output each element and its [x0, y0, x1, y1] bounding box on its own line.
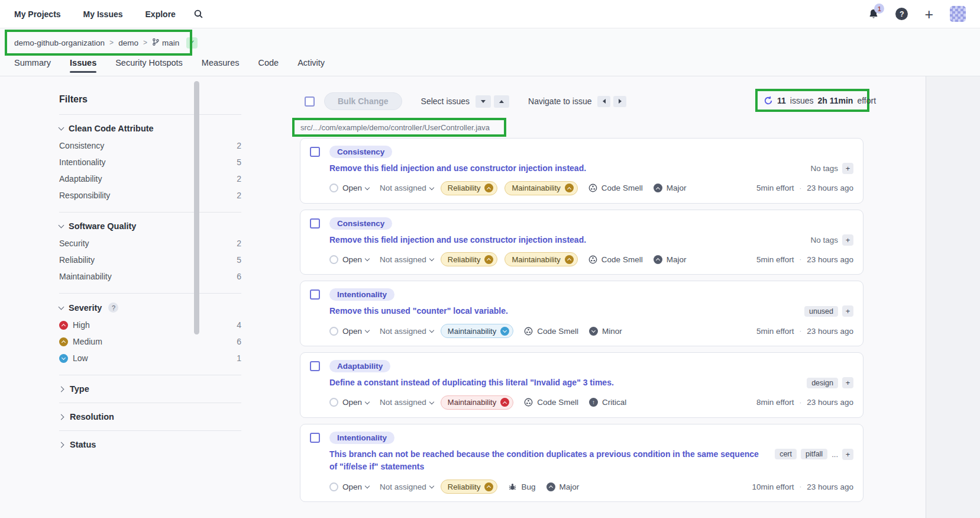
select-next-button[interactable] [476, 95, 491, 108]
issue-type: Code Smell [524, 327, 578, 336]
filter-item-adaptability[interactable]: Adaptability2 [59, 170, 241, 187]
tags-overflow-ellipsis[interactable]: ... [832, 450, 838, 459]
clean-code-attribute-badge[interactable]: Adaptability [329, 360, 390, 372]
filter-item-count: 2 [237, 239, 241, 248]
add-tag-button[interactable]: + [842, 449, 853, 460]
sidebar-scrollbar[interactable] [194, 81, 199, 334]
add-tag-button[interactable]: + [842, 377, 853, 388]
select-all-checkbox[interactable] [305, 96, 315, 107]
filter-item-low[interactable]: Low1 [59, 350, 241, 366]
issue-checkbox[interactable] [310, 289, 320, 300]
issue-status-dropdown[interactable]: Open [329, 398, 369, 407]
software-quality-pill-reliability[interactable]: Reliability [441, 181, 498, 195]
filter-section-software-quality: Software QualitySecurity2Reliability5Mai… [59, 221, 241, 285]
software-quality-pill-reliability[interactable]: Reliability [441, 480, 498, 494]
clean-code-attribute-badge[interactable]: Consistency [329, 146, 392, 158]
add-tag-button[interactable]: + [842, 305, 853, 317]
issue-assignee-dropdown[interactable]: Not assigned [380, 327, 434, 336]
refresh-icon[interactable] [764, 96, 773, 105]
navigate-prev-button[interactable] [597, 96, 610, 107]
breadcrumb-project[interactable]: demo [118, 38, 138, 47]
filter-item-responsibility[interactable]: Responsibility2 [59, 187, 241, 204]
clean-code-attribute-badge[interactable]: Consistency [329, 217, 392, 230]
search-icon[interactable] [193, 9, 203, 19]
filter-section-header-resolution[interactable]: Resolution [59, 412, 241, 422]
filter-section-header-severity[interactable]: Severity? [59, 303, 241, 313]
add-tag-button[interactable]: + [842, 234, 853, 246]
filter-item-high[interactable]: High4 [59, 317, 241, 333]
help-icon[interactable]: ? [895, 8, 908, 20]
issue-title[interactable]: Remove this field injection and use cons… [310, 234, 798, 247]
filter-section-header-type[interactable]: Type [59, 384, 241, 394]
age-text: 23 hours ago [807, 327, 853, 336]
issue-card-body: Remove this field injection and use cons… [310, 234, 853, 247]
issue-checkbox[interactable] [310, 433, 320, 443]
issue-title[interactable]: Remove this unused "counter" local varia… [310, 305, 793, 318]
user-avatar[interactable] [950, 6, 966, 22]
issue-title[interactable]: This branch can not be reached because t… [310, 448, 763, 474]
issue-card-header: Consistency [310, 217, 853, 230]
breadcrumb-row: demo-github-organization > demo > main ✓ [0, 28, 980, 57]
issue-assignee-dropdown[interactable]: Not assigned [380, 255, 434, 264]
branch-selector[interactable]: main [152, 38, 179, 48]
issue-assignee-dropdown[interactable]: Not assigned [380, 398, 434, 407]
bulk-change-button[interactable]: Bulk Change [324, 92, 402, 110]
filter-item-label: Adaptability [59, 174, 102, 184]
nav-item-my-projects[interactable]: My Projects [14, 9, 61, 19]
issue-effort-age: 10min effort·23 hours ago [752, 482, 853, 491]
issue-status-dropdown[interactable]: Open [329, 184, 369, 192]
filter-section-header-software-quality[interactable]: Software Quality [59, 221, 241, 231]
issue-title[interactable]: Remove this field injection and use cons… [310, 162, 798, 175]
no-tags-label: No tags [810, 236, 838, 244]
code-smell-icon [524, 327, 533, 336]
filter-item-intentionality[interactable]: Intentionality5 [59, 154, 241, 170]
nav-item-explore[interactable]: Explore [145, 9, 176, 19]
chevron-glyph [656, 187, 660, 191]
tab-summary[interactable]: Summary [14, 58, 51, 73]
issue-status-dropdown[interactable]: Open [329, 327, 369, 336]
tab-issues[interactable]: Issues [70, 58, 96, 73]
tag-chip-design[interactable]: design [807, 378, 838, 388]
notifications-bell-icon[interactable]: 1 [868, 8, 879, 20]
software-quality-pill-reliability[interactable]: Reliability [441, 252, 498, 266]
tab-activity[interactable]: Activity [297, 58, 325, 73]
create-plus-icon[interactable]: + [924, 8, 933, 20]
filter-section-header-status[interactable]: Status [59, 440, 241, 449]
add-tag-button[interactable]: + [842, 163, 853, 174]
nav-items: My ProjectsMy IssuesExplore [14, 9, 176, 19]
issue-checkbox[interactable] [310, 218, 320, 229]
issue-checkbox[interactable] [310, 147, 320, 157]
software-quality-pill-maintainability[interactable]: Maintainability [441, 324, 513, 338]
tag-chip-cert[interactable]: cert [775, 449, 797, 459]
tab-code[interactable]: Code [258, 58, 279, 73]
breadcrumb-org[interactable]: demo-github-organization [14, 38, 105, 47]
navigate-next-button[interactable] [613, 96, 626, 107]
tab-security-hotspots[interactable]: Security Hotspots [115, 58, 183, 73]
clean-code-attribute-badge[interactable]: Intentionality [329, 288, 394, 301]
issue-title[interactable]: Define a constant instead of duplicating… [310, 377, 795, 390]
filter-item-security[interactable]: Security2 [59, 235, 241, 252]
issue-status-dropdown[interactable]: Open [329, 482, 369, 491]
tab-measures[interactable]: Measures [202, 58, 240, 73]
filter-item-reliability[interactable]: Reliability5 [59, 252, 241, 268]
filter-item-medium[interactable]: Medium6 [59, 333, 241, 350]
issue-assignee-dropdown[interactable]: Not assigned [380, 482, 434, 491]
software-quality-pill-maintainability[interactable]: Maintainability [504, 181, 577, 195]
filter-item-maintainability[interactable]: Maintainability6 [59, 268, 241, 285]
filter-section-header-clean-code-attribute[interactable]: Clean Code Attribute [59, 124, 241, 133]
nav-item-my-issues[interactable]: My Issues [83, 9, 123, 19]
software-quality-pill-maintainability[interactable]: Maintainability [504, 252, 577, 266]
tag-chip-pitfall[interactable]: pitfall [801, 449, 827, 459]
help-icon[interactable]: ? [108, 303, 118, 313]
issue-card: IntentionalityThis branch can not be rea… [300, 424, 863, 502]
filter-item-consistency[interactable]: Consistency2 [59, 137, 241, 154]
issue-card-body: Define a constant instead of duplicating… [310, 377, 853, 390]
chevron-glyph [591, 329, 596, 333]
clean-code-attribute-badge[interactable]: Intentionality [329, 432, 394, 444]
software-quality-pill-maintainability[interactable]: Maintainability [441, 395, 513, 410]
tag-chip-unused[interactable]: unused [804, 306, 838, 317]
select-prev-button[interactable] [494, 95, 509, 108]
issue-assignee-dropdown[interactable]: Not assigned [380, 184, 434, 192]
issue-status-dropdown[interactable]: Open [329, 255, 369, 264]
issue-checkbox[interactable] [310, 361, 320, 371]
